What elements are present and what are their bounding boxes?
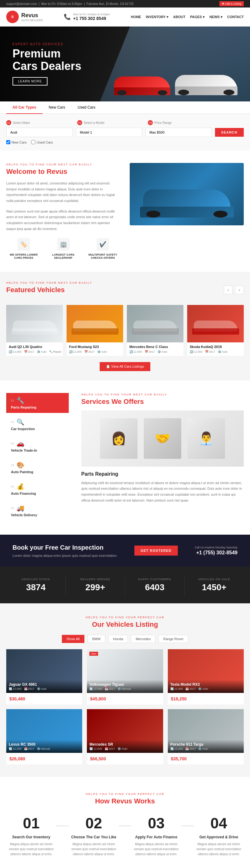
service-item-financing[interactable]: 05 💰 Auto Financing: [6, 479, 69, 499]
listing-img-tesla: Tesla Model RX3 🔄 12,000 📅 2017 ⚙️ Auto: [168, 649, 244, 693]
make-select[interactable]: Audi: [6, 128, 73, 137]
step-num-1: 01: [6, 815, 56, 832]
tab-new-cars[interactable]: New Cars: [43, 101, 72, 114]
phone-num: +1 (755) 302-8549: [195, 550, 238, 556]
how-works-header: HELPS YOU TO FIND YOUR PERFECT CAR How R…: [6, 793, 244, 805]
tesla-overlay: Tesla Model RX3 🔄 12,000 📅 2017 ⚙️ Auto: [168, 680, 244, 693]
step-1: 01 Search Our Inventory Magna aliqua ute…: [6, 815, 56, 857]
search-tabs: All Car Types New Cars Used Cars: [0, 101, 250, 114]
mercedesr-meta: 🔄 12,000 📅 2017 ⚙️ Auto: [89, 747, 160, 750]
new-cars-checkbox[interactable]: New Cars: [6, 140, 27, 144]
jaguar-overlay: Jaguar GX 4961 🔄 12,000 📅 2017 ⚙️ Auto: [6, 680, 82, 693]
inspection-phone: Call Us Anytime Monday-Saturday +1 (755)…: [195, 546, 238, 556]
service-num-4: 04: [11, 464, 14, 467]
service-num-6: 06: [11, 506, 14, 510]
top-bar-left: support@domain.com | Mon to Fri: 9:00am …: [6, 2, 134, 6]
top-bar: support@domain.com | Mon to Fri: 9:00am …: [0, 0, 250, 7]
nav-pages[interactable]: PAGES ▾: [190, 15, 205, 19]
featured-section: HELPS YOU TO FIND YOUR NEXT CAR EASILY F…: [0, 272, 250, 380]
featured-header: HELPS YOU TO FIND YOUR NEXT CAR EASILY F…: [6, 281, 244, 299]
logo-subtitle: AUTO DEALERS: [21, 19, 43, 22]
listing-card-mercedesr: Mercedes SR 🔄 12,000 📅 2017 ⚙️ Auto $66,…: [87, 709, 163, 764]
label-num-3: 03: [148, 120, 153, 125]
filter-all[interactable]: Show All: [62, 635, 84, 643]
add-listing-btn[interactable]: ✚ Add a Listing: [219, 1, 244, 6]
mercedesr-name: Mercedes SR: [89, 742, 160, 747]
nav-arrows: ‹ ›: [224, 286, 244, 294]
nav-contact[interactable]: CONTACT: [227, 15, 244, 19]
filter-range-rover[interactable]: Range Rover: [159, 635, 188, 643]
hero-content: EXPERT AUTO SERVICES Premium Cars Dealer…: [12, 42, 81, 85]
search-button[interactable]: SEARCH: [215, 128, 244, 137]
logo-name: Revus: [21, 12, 43, 19]
logo[interactable]: R Revus AUTO DEALERS: [6, 10, 43, 23]
label-text-1: Select Make: [13, 121, 30, 125]
nav-home[interactable]: HOME: [131, 15, 141, 19]
inspection-title: Book your Free Car Inspection: [12, 544, 117, 551]
model-select[interactable]: Model 1: [76, 128, 142, 137]
car-name-audi: Audi Q2 L35 Quattro: [9, 345, 60, 349]
tab-all-car-types[interactable]: All Car Types: [6, 101, 43, 114]
year-icon: 📅 2017: [24, 350, 34, 353]
feature-prices: 🏷️ WE OFFERS LOWER CARS PRICES: [6, 238, 41, 259]
filter-honda[interactable]: Honda: [108, 635, 128, 643]
service-item-tradein[interactable]: 03 🚗 Vehicle Trade-In: [6, 436, 69, 456]
price-label: 03 Price Range: [148, 120, 219, 125]
vw-meta: 🔄 12,000 📅 2017 ⚙️ Manual: [89, 687, 160, 690]
car-name-skoda: Skoda KodiaQ 2019: [190, 345, 241, 349]
new-badge: New: [89, 652, 98, 656]
vehicles-stock-label: VEHICLES STOCK: [9, 578, 62, 581]
view-all-section: 📋 View All Cars Listings: [6, 362, 244, 371]
price-select[interactable]: Max $500: [145, 128, 212, 137]
email-link[interactable]: support@domain.com: [6, 2, 37, 6]
jaguar-name: Jaguar GX 4961: [9, 682, 80, 687]
welcome-car: [130, 163, 244, 225]
filter-mercedes[interactable]: Mercedes: [131, 635, 155, 643]
porsche-fuel: ⚙️ Auto: [198, 747, 208, 750]
year-icon: 📅 2017: [145, 350, 155, 353]
get-rostered-btn[interactable]: GET ROSTERED: [134, 546, 178, 556]
learn-more-btn[interactable]: LEARN MORE: [12, 77, 48, 86]
car-meta-mercedes: 🔄 12,000 📅 2017 ⚙️ Auto: [129, 350, 181, 353]
filter-bmw[interactable]: BMW: [87, 635, 105, 643]
lexus-overlay: Lexus RC 3500 🔄 12,000 📅 2017 ⚙️ Manual: [6, 740, 82, 753]
service-person-2: 🤝: [144, 418, 181, 459]
nav-inventory[interactable]: INVENTORY ▾: [146, 15, 168, 19]
listing-card-jaguar: Jaguar GX 4961 🔄 12,000 📅 2017 ⚙️ Auto $…: [6, 649, 82, 705]
service-item-inspection[interactable]: 02 🔍 Car Inspection: [6, 414, 69, 434]
steps-container: 01 Search Our Inventory Magna aliqua ute…: [6, 815, 244, 857]
delivery-icon: 🚚: [17, 504, 24, 512]
tab-used-cars[interactable]: Used Cars: [72, 101, 102, 114]
service-item-delivery[interactable]: 06 🚚 Vehicle Delivery: [6, 501, 69, 521]
search-labels: 01 Select Make 02 Select a Model 03 Pric…: [6, 120, 244, 125]
active-service-title: Parts Repairing: [81, 471, 244, 477]
next-arrow[interactable]: ›: [235, 286, 244, 294]
car-img-skoda: [187, 305, 244, 342]
odometer-icon: 🔄 12,000: [9, 350, 22, 353]
transmission-icon: ⚙️ Auto: [218, 350, 228, 353]
tesla-year: 📅 2017: [185, 687, 196, 690]
view-all-button[interactable]: 📋 View All Cars Listings: [100, 362, 150, 371]
stat-dealers: DEALERS SERVED 299+: [66, 575, 125, 595]
prev-arrow[interactable]: ‹: [224, 286, 232, 294]
vw-fuel: ⚙️ Manual: [117, 687, 131, 690]
lexus-miles: 🔄 12,000: [9, 747, 22, 750]
jaguar-price: $30,480: [6, 693, 82, 705]
service-item-parts[interactable]: 01 🔧 Parts Repairing: [6, 393, 69, 413]
stat-customers: HAPPY CUSTOMERS 6403: [125, 575, 185, 595]
welcome-section: HELPS YOU TO FIND YOUR NEXT CAR EASILY W…: [0, 150, 250, 272]
service-item-painting[interactable]: 04 🎨 Auto Painting: [6, 458, 69, 477]
used-cars-checkbox[interactable]: Used Cars: [31, 140, 53, 144]
lexus-year: 📅 2017: [24, 747, 34, 750]
nav-news[interactable]: NEWS ▾: [210, 15, 222, 19]
service-name-tradein: Vehicle Trade-In: [11, 448, 37, 452]
label-num-2: 02: [77, 120, 82, 125]
nav-about[interactable]: ABOUT: [173, 15, 185, 19]
tesla-fuel: ⚙️ Auto: [198, 687, 208, 690]
prices-title: WE OFFERS LOWER CARS PRICES: [6, 253, 41, 259]
customers-label: HAPPY CUSTOMERS: [129, 578, 181, 581]
welcome-sub: HELPS YOU TO FIND YOUR NEXT CAR EASILY: [6, 163, 120, 166]
tesla-price: $18,250: [168, 693, 244, 705]
car-meta-audi: 🔄 12,000 📅 2017 ⚙️ Auto 🔧 Repair: [9, 350, 60, 353]
odometer-icon: 🔄 12,000: [69, 350, 82, 353]
